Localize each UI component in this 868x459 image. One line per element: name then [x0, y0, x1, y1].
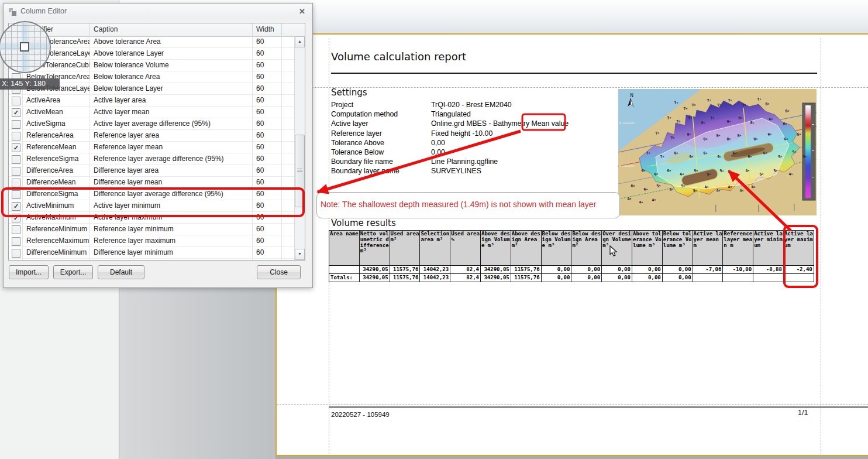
column-row[interactable]: ReferenceAreaReference layer area60: [9, 130, 295, 142]
page-number: 1/1: [798, 409, 808, 417]
note-text: Note: The shallowest depth measured (1.4…: [321, 200, 596, 209]
column-row[interactable]: ✓ReferenceMeanReference layer mean60: [9, 142, 295, 153]
column-list: Identifier Caption Width AboveToleranceA…: [8, 23, 305, 261]
column-list-body: AboveToleranceAreaAbove tolerance Area60…: [9, 36, 295, 260]
column-row[interactable]: AboveToleranceAreaAbove tolerance Area60: [9, 36, 295, 48]
export-button[interactable]: Export...: [53, 265, 93, 279]
row-checkbox[interactable]: ✓: [12, 143, 20, 152]
results-total-cell: 0,00: [571, 274, 602, 282]
row-checkbox-cell: [9, 235, 23, 246]
column-row[interactable]: BelowToleranceCubicBelow tolerance Volum…: [9, 60, 295, 71]
row-checkbox[interactable]: [12, 97, 20, 105]
row-checkbox[interactable]: [12, 167, 20, 176]
svg-text:N 1361150: N 1361150: [619, 165, 634, 167]
column-row[interactable]: ActiveSigmaActive layer average differen…: [9, 118, 295, 130]
setting-label: Reference layer: [331, 129, 431, 138]
row-checkbox-cell: [9, 177, 23, 188]
row-filler: [282, 142, 295, 153]
row-width: 60: [253, 48, 282, 59]
header-caption[interactable]: Caption: [90, 23, 253, 36]
dialog-title: Column Editor: [20, 7, 67, 15]
row-filler: [282, 107, 295, 118]
row-checkbox[interactable]: [12, 190, 20, 199]
row-identifier: ActiveMean: [23, 107, 90, 118]
row-checkbox[interactable]: [12, 237, 20, 246]
north-label: N: [630, 93, 633, 98]
results-total-cell: 14042,23: [420, 274, 450, 282]
row-width: 60: [253, 177, 282, 188]
row-checkbox[interactable]: [12, 249, 20, 258]
results-header-cell: Used area %: [450, 231, 481, 266]
column-row[interactable]: DifferenceSigmaDifference layer average …: [9, 189, 295, 200]
row-checkbox[interactable]: [12, 120, 20, 129]
results-total-cell: Totals:: [329, 274, 360, 282]
row-checkbox[interactable]: ✓: [12, 214, 20, 222]
results-value-cell: 11575,76: [511, 266, 541, 274]
column-row[interactable]: DifferenceAreaDifference layer area60: [9, 165, 295, 177]
column-row[interactable]: ReferenceMaximumReference layer maximum6…: [9, 235, 295, 247]
row-width: 60: [253, 224, 282, 235]
row-width: 60: [253, 36, 282, 47]
settings-heading: Settings: [331, 87, 367, 98]
scroll-thumb[interactable]: [295, 135, 305, 207]
column-row[interactable]: DifferenceMinimumDifference layer minimu…: [9, 247, 295, 259]
row-checkbox[interactable]: [12, 132, 20, 141]
results-value-cell: 34290,05: [359, 266, 390, 274]
row-caption: Active layer maximum: [90, 212, 253, 223]
header-width[interactable]: Width: [253, 23, 282, 36]
row-checkbox[interactable]: [12, 225, 20, 234]
row-checkbox[interactable]: ✓: [12, 202, 20, 211]
scrollbar[interactable]: ▲ ▼: [294, 36, 305, 260]
column-row[interactable]: DifferenceMaximumDifference layer maximu…: [9, 259, 295, 260]
results-header-cell: Below design Area m²: [571, 231, 602, 266]
row-width: 60: [253, 60, 282, 71]
color-scale-bar: [802, 103, 815, 200]
header-filler: [282, 23, 305, 36]
import-button[interactable]: Import...: [9, 265, 49, 279]
row-filler: [282, 224, 295, 235]
setting-row: Boundary layer nameSURVEYLINES: [331, 166, 606, 176]
row-identifier: ReferenceMinimum: [23, 224, 90, 235]
results-heading: Volume results: [331, 218, 396, 228]
row-checkbox[interactable]: [12, 179, 20, 187]
row-identifier: ReferenceSigma: [23, 153, 90, 165]
column-row[interactable]: ReferenceMinimumReference layer minimum6…: [9, 224, 295, 235]
row-filler: [282, 48, 295, 59]
row-filler: [282, 247, 295, 258]
scroll-up-button[interactable]: ▲: [295, 36, 305, 47]
row-filler: [282, 83, 295, 94]
row-checkbox-cell: [9, 130, 23, 141]
results-value-cell: -10,00: [723, 266, 753, 274]
results-total-cell: 11575,76: [511, 274, 541, 282]
results-total-cell: 0,00: [602, 274, 632, 282]
column-row[interactable]: ActiveAreaActive layer area60: [9, 95, 295, 107]
results-value-cell: 0,00: [541, 266, 571, 274]
results-total-cell: [693, 274, 723, 282]
row-identifier: ActiveMaximum: [23, 212, 90, 223]
column-row[interactable]: ✓ActiveMeanActive layer mean60: [9, 107, 295, 118]
column-list-header: Identifier Caption Width: [9, 23, 305, 37]
results-header-cell: Below tolerance Volume m³: [662, 231, 693, 266]
close-icon[interactable]: ✕: [299, 7, 305, 16]
close-button[interactable]: Close: [257, 265, 301, 279]
scroll-down-button[interactable]: ▼: [295, 249, 305, 260]
column-row[interactable]: ReferenceSigmaReference layer average di…: [9, 153, 295, 165]
column-row[interactable]: ✓ActiveMaximumActive layer maximum60: [9, 212, 295, 224]
setting-value: Fixed height -10.00: [431, 129, 606, 138]
column-row[interactable]: ✓ActiveMinimumActive layer minimum60: [9, 200, 295, 212]
row-width: 60: [253, 130, 282, 141]
column-row[interactable]: DifferenceMeanDifference layer mean60: [9, 177, 295, 189]
row-checkbox[interactable]: [12, 155, 20, 164]
setting-row: Boundary file nameLine Planning.qgfline: [331, 157, 606, 166]
row-checkbox-cell: [9, 118, 23, 129]
setting-value: TrQI-020 - Brest EM2040: [431, 100, 606, 109]
dialog-titlebar[interactable]: Column Editor ✕: [4, 4, 312, 19]
row-checkbox[interactable]: ✓: [12, 108, 20, 117]
row-caption: Reference layer maximum: [90, 235, 253, 246]
results-total-cell: 11575,76: [390, 274, 420, 282]
results-total-cell: [753, 274, 784, 282]
column-row[interactable]: AboveToleranceLayerAbove tolerance Layer…: [9, 48, 295, 60]
default-button[interactable]: Default: [98, 265, 144, 279]
row-identifier: DifferenceSigma: [23, 189, 90, 200]
scroll-thumb-grip: [297, 169, 302, 172]
